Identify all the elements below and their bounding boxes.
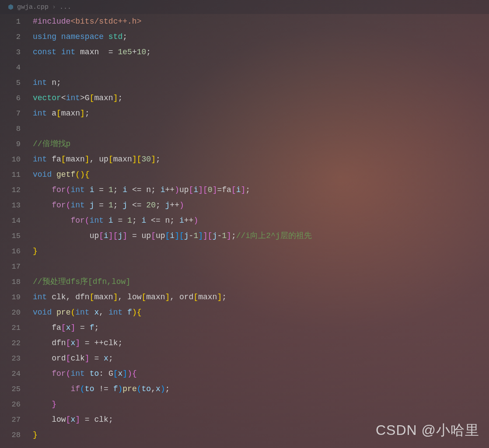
line-number: 24 xyxy=(0,366,21,382)
code-line[interactable]: for(int to: G[x]){ xyxy=(33,366,489,382)
code-line[interactable] xyxy=(33,259,489,274)
code-line[interactable]: //倍增找p xyxy=(33,136,489,152)
line-number: 22 xyxy=(0,336,21,351)
code-line[interactable]: const int maxn = 1e5+10; xyxy=(33,45,489,60)
line-number: 14 xyxy=(0,213,21,228)
code-area[interactable]: #include<bits/stdc++.h>using namespace s… xyxy=(33,14,489,443)
line-number: 16 xyxy=(0,244,21,259)
line-number: 1 xyxy=(0,14,21,29)
line-number: 27 xyxy=(0,412,21,427)
line-number: 20 xyxy=(0,305,21,320)
breadcrumb[interactable]: ⬢ gwja.cpp › ... xyxy=(0,0,489,14)
line-number: 12 xyxy=(0,182,21,198)
line-number: 13 xyxy=(0,198,21,213)
code-line[interactable]: dfn[x] = ++clk; xyxy=(33,336,489,351)
code-line[interactable]: } xyxy=(33,244,489,259)
code-line[interactable]: ord[clk] = x; xyxy=(33,351,489,366)
chevron-right-icon: › xyxy=(52,4,56,11)
line-number: 18 xyxy=(0,274,21,290)
code-editor[interactable]: 1234567891011121314151617181920212223242… xyxy=(0,14,489,443)
cpp-file-icon: ⬢ xyxy=(8,3,14,11)
line-number: 5 xyxy=(0,75,21,91)
code-line[interactable]: fa[x] = f; xyxy=(33,320,489,336)
code-line[interactable]: void pre(int x, int f){ xyxy=(33,305,489,320)
line-number: 7 xyxy=(0,106,21,121)
line-number: 19 xyxy=(0,290,21,305)
line-number: 8 xyxy=(0,121,21,136)
line-number: 10 xyxy=(0,152,21,167)
code-line[interactable]: for(int j = 1; j <= 20; j++) xyxy=(33,198,489,213)
breadcrumb-symbol[interactable]: ... xyxy=(59,4,71,11)
line-number: 3 xyxy=(0,45,21,60)
code-line[interactable]: vector<int>G[maxn]; xyxy=(33,91,489,106)
code-line[interactable]: } xyxy=(33,397,489,412)
code-line[interactable] xyxy=(33,60,489,75)
code-line[interactable]: int n; xyxy=(33,75,489,91)
code-line[interactable]: for(int i = 1; i <= n; i++)up[i][0]=fa[i… xyxy=(33,182,489,198)
line-number: 15 xyxy=(0,228,21,244)
line-number: 21 xyxy=(0,320,21,336)
code-line[interactable]: using namespace std; xyxy=(33,29,489,45)
code-line[interactable]: int a[maxn]; xyxy=(33,106,489,121)
line-number: 9 xyxy=(0,136,21,152)
code-line[interactable]: up[i][j] = up[up[i][j-1]][j-1];//i向上2^j层… xyxy=(33,228,489,244)
line-number: 2 xyxy=(0,29,21,45)
code-line[interactable] xyxy=(33,121,489,136)
code-line[interactable]: for(int i = 1; i <= n; i++) xyxy=(33,213,489,228)
line-number: 25 xyxy=(0,382,21,397)
line-number: 4 xyxy=(0,60,21,75)
code-line[interactable]: #include<bits/stdc++.h> xyxy=(33,14,489,29)
watermark: CSDN @小哈里 xyxy=(376,421,479,440)
line-number: 23 xyxy=(0,351,21,366)
line-number: 11 xyxy=(0,167,21,182)
line-number: 26 xyxy=(0,397,21,412)
line-number: 6 xyxy=(0,91,21,106)
code-line[interactable]: //预处理dfs序[dfn,low] xyxy=(33,274,489,290)
breadcrumb-file[interactable]: gwja.cpp xyxy=(17,4,49,11)
code-line[interactable]: void getf(){ xyxy=(33,167,489,182)
code-line[interactable]: int clk, dfn[maxn], low[maxn], ord[maxn]… xyxy=(33,290,489,305)
line-number-gutter: 1234567891011121314151617181920212223242… xyxy=(0,14,33,443)
line-number: 28 xyxy=(0,427,21,443)
code-line[interactable]: if(to != f)pre(to,x); xyxy=(33,382,489,397)
line-number: 17 xyxy=(0,259,21,274)
code-line[interactable]: int fa[maxn], up[maxn][30]; xyxy=(33,152,489,167)
